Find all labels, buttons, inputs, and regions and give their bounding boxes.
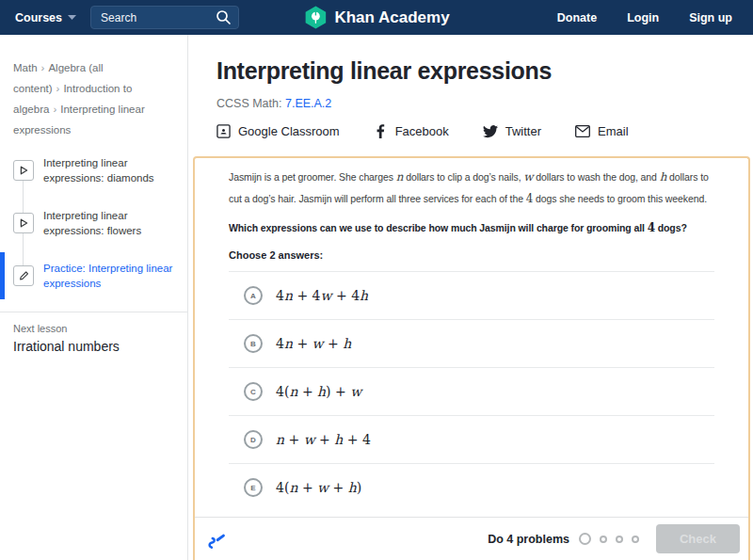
choice-letter-bubble: D <box>244 430 263 449</box>
choice-letter-bubble: B <box>244 334 263 353</box>
choice-expression: n + w + h + 4 <box>276 432 371 447</box>
active-item-indicator <box>0 252 5 299</box>
lesson-item-label: Practice: Interpreting linear expression… <box>43 261 182 291</box>
share-google-classroom-button[interactable]: Google Classroom <box>216 124 340 138</box>
signup-link[interactable]: Sign up <box>689 11 732 24</box>
ccss-standard-link[interactable]: 7.EE.A.2 <box>285 97 331 110</box>
check-button[interactable]: Check <box>656 524 740 553</box>
facebook-icon <box>374 124 388 138</box>
next-lesson-link[interactable]: Irrational numbers <box>13 339 120 354</box>
twitter-icon <box>483 125 498 138</box>
question-text: Which expressions can we use to describe… <box>229 218 714 238</box>
share-label: Twitter <box>505 124 541 138</box>
navbar-links: Donate Login Sign up <box>557 11 732 24</box>
khan-academy-logo[interactable]: Khan Academy <box>303 5 449 30</box>
breadcrumb: Math›Algebra (all content)›Introduction … <box>0 35 187 140</box>
khan-academy-leaf-icon <box>303 5 328 30</box>
choice-letter-bubble: A <box>244 286 263 305</box>
share-facebook-button[interactable]: Facebook <box>374 124 449 138</box>
breadcrumb-separator: › <box>41 62 45 73</box>
ccss-label: CCSS Math: <box>216 97 281 110</box>
brand-name: Khan Academy <box>334 8 449 27</box>
progress-dot-current <box>579 533 591 545</box>
breadcrumb-link-math[interactable]: Math <box>13 62 38 73</box>
answer-choices: A 4n + 4w + 4h B 4n + w + h C 4(n + h) +… <box>229 271 714 511</box>
share-label: Facebook <box>395 124 449 138</box>
search-icon[interactable] <box>216 9 232 25</box>
progress-dot <box>616 536 623 543</box>
exercise-footer: Do 4 problems Check <box>195 517 748 560</box>
lesson-item-video-flowers[interactable]: Interpreting linear expressions: flowers <box>0 206 187 240</box>
choice-letter-bubble: C <box>244 382 263 401</box>
scratchpad-button[interactable] <box>206 527 230 551</box>
search-box[interactable] <box>90 6 239 29</box>
scratchpad-icon <box>206 527 230 551</box>
video-play-icon <box>13 213 34 233</box>
answer-choice-a[interactable]: A 4n + 4w + 4h <box>229 271 714 319</box>
share-row: Google Classroom Facebook Twitter Em <box>216 124 753 138</box>
login-link[interactable]: Login <box>627 11 659 24</box>
next-lesson-block: Next lesson Irrational numbers <box>0 312 187 365</box>
chevron-down-icon <box>68 15 76 20</box>
lesson-item-video-diamonds[interactable]: Interpreting linear expressions: diamond… <box>0 153 187 187</box>
next-lesson-label: Next lesson <box>13 323 174 334</box>
exercise-body: Jasmijn is a pet groomer. She charges n … <box>195 158 748 511</box>
exercise-card: Jasmijn is a pet groomer. She charges n … <box>193 156 750 560</box>
pencil-icon <box>13 265 34 286</box>
lesson-item-label: Interpreting linear expressions: flowers <box>43 208 182 238</box>
answer-choice-d[interactable]: D n + w + h + 4 <box>229 415 714 463</box>
main-content: Interpreting linear expressions CCSS Mat… <box>188 35 753 560</box>
courses-label: Courses <box>15 11 62 24</box>
page-title: Interpreting linear expressions <box>216 57 753 85</box>
progress-label: Do 4 problems <box>488 533 569 546</box>
video-play-icon <box>13 160 34 181</box>
courses-menu-button[interactable]: Courses <box>15 11 76 24</box>
google-classroom-icon <box>216 124 231 138</box>
progress-dot <box>600 536 607 543</box>
choice-expression: 4(n + h) + w <box>276 384 361 399</box>
choice-expression: 4n + 4w + 4h <box>276 288 368 303</box>
answer-choice-c[interactable]: C 4(n + h) + w <box>229 367 714 415</box>
share-twitter-button[interactable]: Twitter <box>483 124 541 138</box>
lesson-list: Interpreting linear expressions: diamond… <box>0 153 187 293</box>
ccss-line: CCSS Math: 7.EE.A.2 <box>216 97 753 110</box>
choice-expression: 4n + w + h <box>276 336 351 351</box>
share-email-button[interactable]: Email <box>575 124 629 138</box>
choice-letter-bubble: E <box>244 478 263 497</box>
problem-text: Jasmijn is a pet groomer. She charges n … <box>229 167 714 210</box>
choose-answers-label: Choose 2 answers: <box>229 249 714 261</box>
share-label: Google Classroom <box>238 124 340 138</box>
donate-link[interactable]: Donate <box>557 11 597 24</box>
footer-right: Do 4 problems Check <box>488 524 740 553</box>
share-label: Email <box>598 124 629 138</box>
progress-dots <box>579 533 639 545</box>
breadcrumb-separator: › <box>56 83 60 94</box>
lesson-sidebar: Math›Algebra (all content)›Introduction … <box>0 35 188 560</box>
choice-expression: 4(n + w + h) <box>276 480 361 495</box>
top-navbar: Courses Khan Academy Donate Login Sign u… <box>0 0 753 35</box>
lesson-item-practice[interactable]: Practice: Interpreting linear expression… <box>0 259 187 293</box>
khan-academy-page: Courses Khan Academy Donate Login Sign u… <box>0 0 753 560</box>
answer-choice-b[interactable]: B 4n + w + h <box>229 319 714 367</box>
breadcrumb-separator: › <box>53 104 56 115</box>
answer-choice-e[interactable]: E 4(n + w + h) <box>229 463 714 511</box>
progress-dot <box>632 536 639 543</box>
lesson-item-label: Interpreting linear expressions: diamond… <box>43 155 182 185</box>
email-icon <box>575 125 590 137</box>
